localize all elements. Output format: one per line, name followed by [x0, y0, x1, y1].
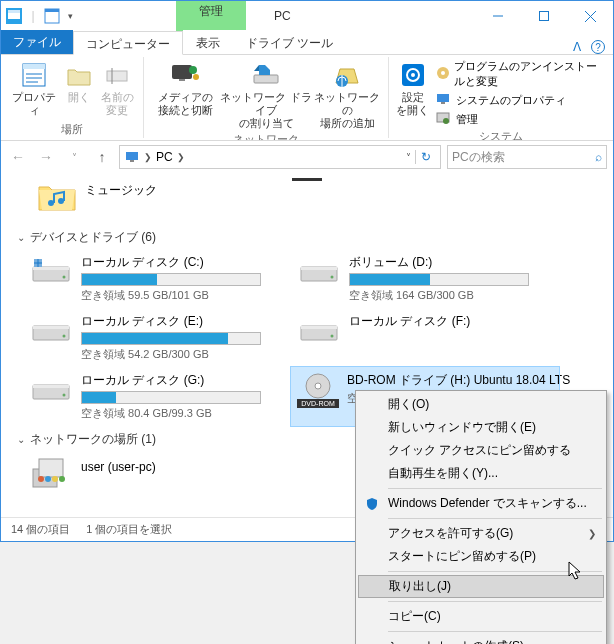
up-button[interactable]: ↑ [91, 146, 113, 168]
map-drive-button[interactable]: ネットワーク ドライブ の割り当て [220, 57, 312, 130]
svg-rect-14 [107, 71, 127, 81]
back-button[interactable]: ← [7, 146, 29, 168]
drive-label: ローカル ディスク (E:) [81, 313, 285, 330]
drive-label: BD-ROM ドライブ (H:) Ubuntu 18.04 LTS [347, 372, 570, 389]
close-button[interactable] [567, 1, 613, 31]
drive-free-space: 空き領域 80.4 GB/99.3 GB [81, 406, 285, 421]
svg-rect-32 [130, 160, 134, 162]
group-label-location: 場所 [7, 120, 137, 138]
svg-rect-38 [34, 259, 38, 263]
refresh-icon[interactable]: ↻ [415, 150, 436, 164]
app-icon [5, 7, 23, 25]
section-devices-header[interactable]: ⌄ デバイスとドライブ (6) [17, 224, 613, 249]
gear-icon [398, 60, 428, 90]
maximize-button[interactable] [521, 1, 567, 31]
cm-defender-scan[interactable]: Windows Defender でスキャンする... [358, 492, 604, 515]
cm-give-access[interactable]: アクセスを許可する(G)❯ [358, 522, 604, 542]
rename-button[interactable]: 名前の 変更 [97, 57, 137, 117]
search-box[interactable]: PCの検索 ⌕ [447, 145, 607, 169]
scroll-hint-icon [292, 178, 322, 181]
uninstall-programs-button[interactable]: プログラムのアンインストールと変更 [436, 59, 601, 89]
ribbon-tabs: ファイル コンピューター 表示 ドライブ ツール ᐱ ? [1, 31, 613, 55]
drive-item[interactable]: ボリューム (D:)空き領域 164 GB/300 GB [291, 249, 559, 308]
tab-drive-tools[interactable]: ドライブ ツール [233, 30, 346, 54]
ribbon-collapse-icon[interactable]: ᐱ [573, 40, 581, 54]
manage-button[interactable]: 管理 [436, 111, 601, 127]
drive-item[interactable]: ローカル ディスク (G:)空き領域 80.4 GB/99.3 GB [23, 367, 291, 426]
open-button[interactable]: 開く [61, 57, 97, 104]
system-properties-button[interactable]: システムのプロパティ [436, 92, 601, 108]
drive-free-space: 空き領域 54.2 GB/300 GB [81, 347, 285, 362]
svg-rect-16 [172, 65, 192, 79]
svg-point-64 [59, 476, 65, 482]
svg-point-56 [315, 383, 321, 389]
qat-dropdown-icon[interactable]: ▾ [64, 11, 76, 21]
cm-separator [388, 518, 602, 519]
window-title: PC [246, 1, 319, 31]
recent-locations-icon[interactable]: ˅ [63, 146, 85, 168]
svg-rect-2 [8, 10, 20, 13]
svg-text:DVD-ROM: DVD-ROM [301, 400, 335, 407]
drive-free-space: 空き領域 59.5 GB/101 GB [81, 288, 285, 303]
dropdown-caret-icon[interactable]: ˅ [400, 152, 411, 163]
ribbon-group-system: 設定 を開く プログラムのアンインストールと変更 システムのプロパティ 管理 シ… [389, 57, 613, 138]
hard-drive-icon [29, 254, 73, 290]
forward-button[interactable]: → [35, 146, 57, 168]
svg-point-30 [443, 118, 449, 124]
svg-point-63 [52, 476, 58, 482]
network-share-icon [29, 454, 73, 492]
tab-computer[interactable]: コンピューター [73, 31, 183, 55]
drive-item[interactable]: ローカル ディスク (E:)空き領域 54.2 GB/300 GB [23, 308, 291, 367]
drive-item[interactable]: ローカル ディスク (F:) [291, 308, 559, 367]
svg-point-62 [45, 476, 51, 482]
chevron-right-icon[interactable]: ❯ [177, 152, 185, 162]
usage-bar [349, 273, 529, 286]
tab-file[interactable]: ファイル [1, 30, 73, 54]
breadcrumb-pc[interactable]: PC [156, 150, 173, 164]
tab-view[interactable]: 表示 [183, 30, 233, 54]
media-connect-button[interactable]: メディアの 接続と切断 [150, 57, 220, 117]
hard-drive-icon [297, 313, 341, 349]
svg-point-18 [189, 66, 197, 74]
cm-open[interactable]: 開く(O) [358, 393, 604, 416]
settings-button[interactable]: 設定 を開く [395, 57, 430, 117]
breadcrumb[interactable]: ❯ PC ❯ ˅ ↻ [119, 145, 441, 169]
svg-rect-40 [34, 264, 38, 268]
add-network-location-button[interactable]: ネットワークの 場所の追加 [312, 57, 382, 130]
svg-point-24 [411, 73, 415, 77]
svg-point-26 [441, 71, 445, 75]
context-tab-label: 管理 [176, 1, 246, 31]
chevron-right-icon: ❯ [588, 528, 604, 539]
cm-autoplay[interactable]: 自動再生を開く(Y)... [358, 462, 604, 485]
usage-bar [81, 332, 261, 345]
cm-open-new-window[interactable]: 新しいウィンドウで開く(E) [358, 416, 604, 439]
minimize-button[interactable] [475, 1, 521, 31]
chevron-right-icon[interactable]: ❯ [144, 152, 152, 162]
help-icon[interactable]: ? [591, 40, 605, 54]
monitor-icon [436, 92, 452, 108]
svg-rect-47 [33, 326, 69, 329]
svg-rect-17 [179, 79, 185, 81]
properties-button[interactable]: プロパティ [7, 57, 61, 117]
ribbon-group-location: プロパティ 開く 名前の 変更 場所 [1, 57, 144, 138]
svg-rect-41 [39, 264, 43, 268]
svg-rect-50 [301, 326, 337, 329]
drive-item[interactable]: ローカル ディスク (C:)空き領域 59.5 GB/101 GB [23, 249, 291, 308]
svg-point-54 [63, 394, 66, 397]
svg-rect-36 [33, 267, 69, 270]
hard-drive-icon [29, 372, 73, 408]
ribbon-group-network: メディアの 接続と切断 ネットワーク ドライブ の割り当て ネットワークの 場所… [144, 57, 389, 138]
svg-rect-60 [39, 459, 63, 477]
context-menu: 開く(O) 新しいウィンドウで開く(E) クイック アクセスにピン留めする 自動… [355, 390, 607, 542]
cm-pin-quick-access[interactable]: クイック アクセスにピン留めする [358, 439, 604, 462]
svg-point-45 [331, 276, 334, 279]
svg-rect-39 [39, 259, 43, 263]
address-bar: ← → ˅ ↑ ❯ PC ❯ ˅ ↻ PCの検索 ⌕ [1, 141, 613, 173]
dvd-drive-icon: DVD-ROM [297, 372, 339, 408]
properties-icon[interactable] [43, 7, 61, 25]
hard-drive-icon [297, 254, 341, 290]
svg-rect-53 [33, 385, 69, 388]
pc-icon [124, 149, 140, 165]
network-location-icon [332, 60, 362, 90]
svg-point-42 [63, 276, 66, 279]
